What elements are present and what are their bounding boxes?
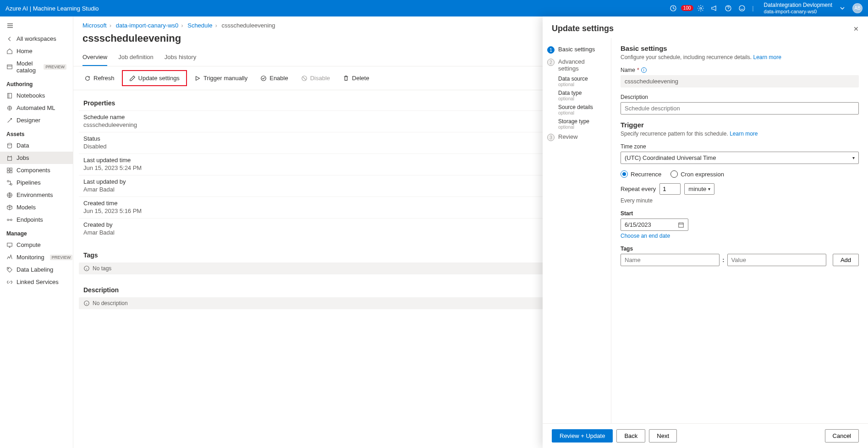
calendar-icon — [678, 222, 684, 228]
sidebar-item-automated-ml[interactable]: Automated ML — [0, 102, 73, 114]
info-icon — [83, 265, 90, 272]
learn-more-link[interactable]: Learn more — [730, 131, 758, 137]
tags-label: Tags — [621, 246, 859, 252]
add-tag-button[interactable]: Add — [833, 254, 859, 266]
panel-title: Update settings — [552, 24, 614, 33]
timezone-select[interactable]: (UTC) Coordinated Universal Time▾ — [621, 152, 859, 164]
sidebar-item-models[interactable]: Models — [0, 201, 73, 213]
radio-cron[interactable]: Cron expression — [670, 170, 724, 178]
svg-rect-23 — [679, 223, 684, 227]
history-icon[interactable] — [670, 5, 677, 12]
delete-button[interactable]: Delete — [337, 72, 375, 84]
trigger-subtext: Specify recurrence pattern for this sche… — [621, 131, 859, 137]
disable-button: Disable — [296, 72, 335, 84]
repeat-label: Repeat every — [621, 186, 656, 192]
sidebar-item-environments[interactable]: Environments — [0, 189, 73, 201]
svg-point-1 — [700, 7, 702, 9]
start-label: Start — [621, 210, 859, 217]
svg-point-19 — [261, 76, 266, 81]
choose-end-date-link[interactable]: Choose an end date — [621, 233, 670, 239]
form-heading: Basic settings — [621, 44, 859, 52]
update-settings-panel: Update settings ✕ 1Basic settings 2Advan… — [543, 16, 868, 448]
sidebar-item-home[interactable]: Home — [0, 45, 73, 57]
settings-icon[interactable] — [697, 5, 704, 12]
notifications-icon[interactable]: 100 — [683, 5, 691, 12]
chevron-down-icon: ▾ — [852, 155, 855, 160]
sidebar-item-data[interactable]: Data — [0, 139, 73, 152]
svg-rect-5 — [8, 93, 12, 98]
sidebar-item-monitoring[interactable]: MonitoringPREVIEW — [0, 251, 73, 263]
trigger-heading: Trigger — [621, 121, 859, 129]
tab-jobs-history[interactable]: Jobs history — [165, 51, 196, 66]
svg-rect-11 — [10, 170, 12, 172]
topbar-title: Azure AI | Machine Learning Studio — [5, 5, 99, 12]
breadcrumb-item[interactable]: Schedule — [187, 22, 212, 29]
menu-toggle-icon[interactable] — [0, 20, 73, 33]
svg-point-18 — [8, 268, 9, 269]
sidebar-item-linked-services[interactable]: Linked Services — [0, 276, 73, 288]
svg-point-7 — [8, 143, 12, 145]
back-all-workspaces[interactable]: All workspaces — [0, 33, 73, 45]
sidebar: All workspaces Home Model catalogPREVIEW… — [0, 16, 73, 448]
tab-overview[interactable]: Overview — [82, 51, 107, 66]
description-input[interactable] — [621, 102, 859, 115]
timezone-label: Time zone — [621, 143, 859, 150]
breadcrumb-item[interactable]: data-import-canary-ws0 — [116, 22, 179, 29]
step-review[interactable]: 3Review — [547, 131, 606, 143]
sidebar-item-jobs[interactable]: Jobs — [0, 152, 73, 164]
svg-rect-8 — [7, 168, 9, 169]
sidebar-item-compute[interactable]: Compute — [0, 239, 73, 251]
svg-point-3 — [739, 5, 745, 11]
sidebar-item-pipelines[interactable]: Pipelines — [0, 176, 73, 189]
svg-point-15 — [7, 219, 9, 221]
trigger-manually-button[interactable]: Trigger manually — [189, 72, 253, 84]
next-button[interactable]: Next — [649, 429, 677, 443]
info-icon[interactable]: i — [641, 67, 647, 73]
start-date-input[interactable]: 6/15/2023 — [621, 219, 688, 231]
panel-steps: 1Basic settings 2Advanced settings Data … — [543, 38, 611, 423]
megaphone-icon[interactable] — [711, 5, 718, 12]
feedback-icon[interactable] — [738, 5, 746, 12]
sidebar-item-notebooks[interactable]: Notebooks — [0, 89, 73, 102]
section-assets: Assets — [0, 126, 73, 139]
substep-storage-type[interactable]: Storage typeoptional — [558, 117, 606, 131]
step-advanced-settings[interactable]: 2Advanced settings — [547, 56, 606, 74]
sidebar-item-designer[interactable]: Designer — [0, 114, 73, 126]
enable-button[interactable]: Enable — [255, 72, 293, 84]
repeat-unit-select[interactable]: minute▾ — [684, 183, 714, 195]
back-button[interactable]: Back — [616, 429, 645, 443]
sidebar-item-data-labeling[interactable]: Data Labeling — [0, 263, 73, 276]
update-settings-button[interactable]: Update settings — [122, 70, 187, 86]
account-switcher[interactable]: DataIntegration Devlopment data-import-c… — [764, 2, 832, 15]
substep-data-type[interactable]: Data typeoptional — [558, 88, 606, 103]
tag-value-input[interactable] — [727, 254, 826, 266]
tab-job-definition[interactable]: Job definition — [118, 51, 154, 66]
panel-form: Basic settings Configure your schedule, … — [611, 38, 868, 423]
repeat-value-input[interactable] — [659, 183, 681, 195]
review-update-button[interactable]: Review + Update — [552, 429, 613, 443]
form-subtext: Configure your schedule, including recur… — [621, 54, 859, 60]
svg-rect-17 — [7, 243, 12, 246]
avatar[interactable]: AB — [852, 3, 863, 13]
svg-rect-10 — [7, 170, 9, 172]
repeat-summary: Every minute — [621, 197, 859, 204]
step-basic-settings[interactable]: 1Basic settings — [547, 44, 606, 56]
panel-footer: Review + Update Back Next Cancel — [543, 423, 868, 448]
refresh-button[interactable]: Refresh — [79, 72, 120, 84]
substep-data-source[interactable]: Data sourceoptional — [558, 74, 606, 88]
chevron-down-icon[interactable] — [839, 5, 846, 12]
cancel-button[interactable]: Cancel — [825, 429, 859, 443]
sidebar-item-endpoints[interactable]: Endpoints — [0, 213, 73, 226]
help-icon[interactable] — [725, 5, 732, 12]
radio-recurrence[interactable]: Recurrence — [621, 170, 661, 178]
learn-more-link[interactable]: Learn more — [753, 54, 781, 60]
tag-name-input[interactable] — [621, 254, 720, 266]
topbar: Azure AI | Machine Learning Studio 100 |… — [0, 0, 868, 16]
sidebar-item-model-catalog[interactable]: Model catalogPREVIEW — [0, 57, 73, 76]
breadcrumb-item[interactable]: Microsoft — [82, 22, 107, 29]
sidebar-item-components[interactable]: Components — [0, 164, 73, 176]
substep-source-details[interactable]: Source detailsoptional — [558, 103, 606, 117]
preview-badge: PREVIEW — [50, 255, 73, 260]
close-icon[interactable]: ✕ — [853, 25, 859, 33]
info-icon — [83, 300, 90, 306]
